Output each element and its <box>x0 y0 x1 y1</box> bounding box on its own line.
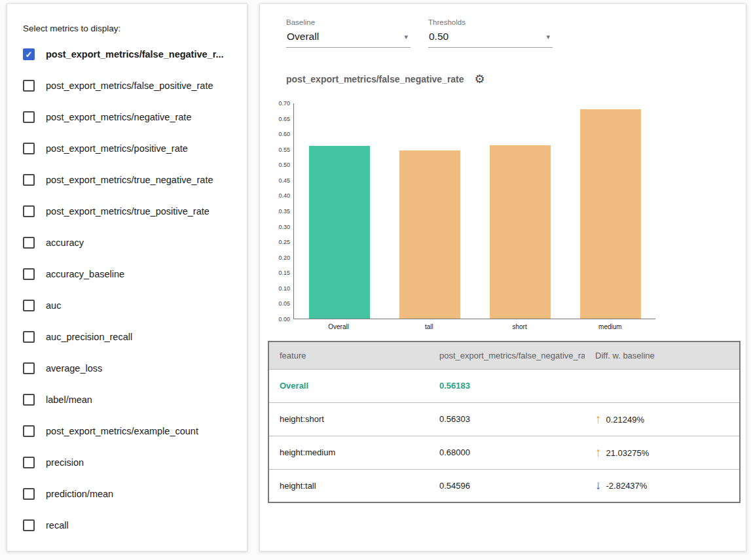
plot-area <box>293 103 655 319</box>
baseline-control: Baseline Overall ▾ <box>286 18 411 48</box>
metric-label: post_export_metrics/false_positive_rate <box>46 80 213 91</box>
table-row: height:medium0.68000↑21.03275% <box>268 436 740 469</box>
checkbox-unchecked-icon[interactable] <box>23 362 35 374</box>
feature-cell: height:tall <box>268 469 429 502</box>
metric-checkbox-item[interactable]: precision <box>7 447 247 478</box>
metric-checkbox-item[interactable]: recall <box>7 510 247 541</box>
metric-label: post_export_metrics/example_count <box>46 426 198 436</box>
feature-cell: height:short <box>268 402 429 436</box>
diff-value: 21.03275% <box>606 447 650 457</box>
feature-cell: height:medium <box>268 436 429 469</box>
checkbox-unchecked-icon[interactable] <box>23 488 35 500</box>
metric-checkbox-item[interactable]: label/mean <box>7 384 247 415</box>
bar-tall[interactable] <box>399 150 460 319</box>
metric-value-cell: 0.56183 <box>429 369 585 402</box>
checkbox-checked-icon[interactable]: ✓ <box>23 48 35 60</box>
y-axis-tick-label: 0.35 <box>278 209 290 215</box>
checkbox-unchecked-icon[interactable] <box>23 237 35 249</box>
y-axis-tick-label: 0.50 <box>278 162 290 168</box>
metric-value-cell: 0.56303 <box>429 402 585 436</box>
metric-checkbox-item[interactable]: auc_precision_recall <box>7 321 247 353</box>
metric-list: ✓post_export_metrics/false_negative_r...… <box>7 39 247 541</box>
metric-checkbox-item[interactable]: prediction/mean <box>7 478 247 510</box>
metric-checkbox-item[interactable]: post_export_metrics/example_count <box>7 415 247 447</box>
checkbox-unchecked-icon[interactable] <box>23 300 35 311</box>
bar-short[interactable] <box>490 145 551 319</box>
metric-label: post_export_metrics/false_negative_r... <box>46 49 224 60</box>
x-axis-labels: Overalltallshortmedium <box>293 323 655 330</box>
header-metric: post_export_metrics/false_negative_rat..… <box>429 341 585 369</box>
metric-value-cell: 0.54596 <box>429 469 585 502</box>
check-icon: ✓ <box>26 50 33 59</box>
y-axis-tick-label: 0.65 <box>278 116 290 122</box>
diff-cell: ↓-2.82437% <box>585 469 740 502</box>
checkbox-unchecked-icon[interactable] <box>23 394 35 406</box>
metric-label: post_export_metrics/negative_rate <box>46 112 191 122</box>
dropdown-arrow-icon: ▾ <box>546 33 550 41</box>
thresholds-label: Thresholds <box>428 18 553 26</box>
checkbox-unchecked-icon[interactable] <box>23 425 35 437</box>
checkbox-unchecked-icon[interactable] <box>23 111 35 123</box>
metric-checkbox-item[interactable]: auc <box>7 290 247 321</box>
baseline-label: Baseline <box>286 18 411 26</box>
metric-label: prediction/mean <box>46 489 113 499</box>
metric-label: auc_precision_recall <box>46 332 132 342</box>
checkbox-unchecked-icon[interactable] <box>23 519 35 531</box>
bar-medium[interactable] <box>580 109 641 319</box>
checkbox-unchecked-icon[interactable] <box>23 174 35 186</box>
bar-overall[interactable] <box>309 146 370 319</box>
y-axis-tick-label: 0.20 <box>278 254 290 260</box>
metric-checkbox-item[interactable]: post_export_metrics/negative_rate <box>7 101 247 133</box>
metric-label: label/mean <box>46 394 92 405</box>
diff-value: -2.82437% <box>606 481 648 491</box>
y-axis-tick-label: 0.05 <box>278 301 290 307</box>
metric-checkbox-item[interactable]: post_export_metrics/positive_rate <box>7 133 247 164</box>
table-row: Overall0.56183 <box>268 369 740 402</box>
metric-checkbox-item[interactable]: average_loss <box>7 353 247 384</box>
dropdown-arrow-icon: ▾ <box>404 33 408 41</box>
metric-label: precision <box>46 457 84 468</box>
metric-checkbox-item[interactable]: post_export_metrics/true_negative_rate <box>7 164 247 196</box>
settings-gear-icon[interactable]: ⚙ <box>475 73 485 85</box>
chart-title: post_export_metrics/false_negative_rate <box>286 74 464 84</box>
metric-label: recall <box>46 520 69 531</box>
checkbox-unchecked-icon[interactable] <box>23 80 35 92</box>
checkbox-unchecked-icon[interactable] <box>23 205 35 217</box>
metric-label: average_loss <box>46 363 102 374</box>
y-axis-tick-label: 0.10 <box>278 285 290 291</box>
metric-label: post_export_metrics/positive_rate <box>46 143 188 154</box>
header-feature: feature <box>268 341 429 369</box>
checkbox-unchecked-icon[interactable] <box>23 268 35 280</box>
y-axis-tick-label: 0.40 <box>278 193 290 199</box>
diff-value: 0.21249% <box>606 414 645 424</box>
thresholds-select[interactable]: 0.50 ▾ <box>428 28 553 48</box>
y-axis-tick-label: 0.45 <box>278 177 290 183</box>
checkbox-unchecked-icon[interactable] <box>23 457 35 468</box>
metric-selector-panel: Select metrics to display: ✓post_export_… <box>7 3 247 551</box>
metric-label: accuracy_baseline <box>46 269 124 279</box>
down-arrow-icon: ↓ <box>595 478 602 492</box>
baseline-select[interactable]: Overall ▾ <box>286 28 411 48</box>
metric-label: accuracy <box>46 237 84 248</box>
x-axis-label: short <box>489 323 550 330</box>
metric-checkbox-item[interactable]: accuracy <box>7 227 247 258</box>
chart-header: post_export_metrics/false_negative_rate … <box>286 73 485 85</box>
metric-checkbox-item[interactable]: post_export_metrics/false_positive_rate <box>7 70 247 101</box>
metric-selector-title: Select metrics to display: <box>23 24 247 33</box>
feature-cell: Overall <box>268 369 429 402</box>
baseline-value: Overall <box>287 31 319 42</box>
metric-checkbox-item[interactable]: ✓post_export_metrics/false_negative_r... <box>7 39 247 70</box>
checkbox-unchecked-icon[interactable] <box>23 143 35 154</box>
metrics-table: feature post_export_metrics/false_negati… <box>268 341 741 503</box>
y-axis-tick-label: 0.15 <box>278 270 290 276</box>
metric-checkbox-item[interactable]: accuracy_baseline <box>7 258 247 290</box>
checkbox-unchecked-icon[interactable] <box>23 331 35 343</box>
thresholds-value: 0.50 <box>429 31 449 42</box>
table-row: height:short0.56303↑0.21249% <box>268 402 740 436</box>
y-axis-tick-label: 0.70 <box>278 101 290 107</box>
y-axis-tick-label: 0.55 <box>278 147 290 152</box>
metric-label: post_export_metrics/true_negative_rate <box>46 175 213 185</box>
metric-checkbox-item[interactable]: post_export_metrics/true_positive_rate <box>7 196 247 227</box>
diff-cell <box>585 369 740 402</box>
thresholds-control: Thresholds 0.50 ▾ <box>428 18 553 48</box>
